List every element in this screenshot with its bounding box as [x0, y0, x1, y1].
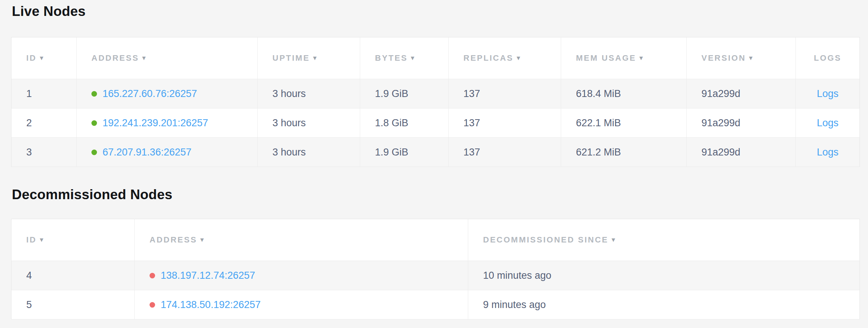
column-header-uptime[interactable]: UPTIME▾: [258, 37, 360, 79]
cell-node-id: 1: [11, 79, 77, 108]
cell-logs: Logs: [796, 108, 860, 138]
sort-arrow-icon: ▾: [313, 54, 318, 61]
cell-bytes: 1.9 GiB: [360, 79, 449, 108]
decommissioned-status-dot-icon: [150, 273, 155, 278]
cell-uptime: 3 hours: [258, 138, 360, 167]
nodes-page: Live Nodes ID▾ ADDRESS▾ UPTIME▾ BYTES▾ R…: [0, 0, 868, 319]
node-address-link[interactable]: 192.241.239.201:26257: [103, 117, 208, 128]
table-row: 2 192.241.239.201:26257 3 hours 1.8 GiB …: [11, 108, 860, 138]
node-address-link[interactable]: 138.197.12.74:26257: [161, 270, 255, 281]
column-header-mem-usage[interactable]: MEM USAGE▾: [561, 37, 687, 79]
table-row: 5 174.138.50.192:26257 9 minutes ago: [11, 290, 860, 319]
live-nodes-table: ID▾ ADDRESS▾ UPTIME▾ BYTES▾ REPLICAS▾ ME…: [11, 37, 860, 167]
cell-uptime: 3 hours: [258, 108, 360, 138]
column-header-label: DECOMMISSIONED SINCE: [483, 235, 609, 244]
table-row: 4 138.197.12.74:26257 10 minutes ago: [11, 261, 860, 290]
sort-arrow-icon: ▾: [40, 236, 44, 243]
cell-decommissioned-since: 9 minutes ago: [468, 290, 860, 319]
cell-node-id: 2: [11, 108, 77, 138]
column-header-id[interactable]: ID▾: [11, 219, 135, 261]
cell-node-id: 4: [11, 261, 135, 290]
table-row: 3 67.207.91.36:26257 3 hours 1.9 GiB 137…: [11, 138, 860, 167]
cell-decommissioned-since: 10 minutes ago: [468, 261, 860, 290]
cell-mem-usage: 621.2 MiB: [561, 138, 687, 167]
column-header-address[interactable]: ADDRESS▾: [77, 37, 258, 79]
sort-arrow-icon: ▾: [143, 54, 147, 61]
cell-address: 165.227.60.76:26257: [77, 79, 258, 108]
column-header-label: ID: [26, 235, 37, 244]
live-nodes-header-row: ID▾ ADDRESS▾ UPTIME▾ BYTES▾ REPLICAS▾ ME…: [11, 37, 860, 79]
cell-logs: Logs: [796, 138, 860, 167]
cell-bytes: 1.8 GiB: [360, 108, 449, 138]
cell-version: 91a299d: [687, 79, 796, 108]
decommissioned-header-row: ID▾ ADDRESS▾ DECOMMISSIONED SINCE▾: [11, 219, 860, 261]
column-header-label: ADDRESS: [91, 53, 139, 63]
column-header-label: VERSION: [701, 53, 746, 63]
cell-bytes: 1.9 GiB: [360, 138, 449, 167]
sort-arrow-icon: ▾: [411, 54, 415, 61]
cell-replicas: 137: [449, 79, 561, 108]
node-address-link[interactable]: 165.227.60.76:26257: [103, 88, 197, 99]
table-row: 1 165.227.60.76:26257 3 hours 1.9 GiB 13…: [11, 79, 860, 108]
node-address-link[interactable]: 67.207.91.36:26257: [103, 147, 191, 158]
cell-address: 192.241.239.201:26257: [77, 108, 258, 138]
column-header-id[interactable]: ID▾: [11, 37, 77, 79]
sort-arrow-icon: ▾: [201, 236, 205, 243]
cell-address: 138.197.12.74:26257: [135, 261, 468, 290]
cell-logs: Logs: [796, 79, 860, 108]
cell-node-id: 5: [11, 290, 135, 319]
column-header-label: ID: [26, 53, 37, 63]
column-header-replicas[interactable]: REPLICAS▾: [449, 37, 561, 79]
live-status-dot-icon: [91, 91, 97, 97]
cell-mem-usage: 622.1 MiB: [561, 108, 687, 138]
sort-arrow-icon: ▾: [612, 236, 616, 243]
cell-node-id: 3: [11, 138, 77, 167]
column-header-label: LOGS: [814, 53, 841, 63]
column-header-decommissioned-since[interactable]: DECOMMISSIONED SINCE▾: [468, 219, 860, 261]
live-nodes-title: Live Nodes: [12, 3, 859, 20]
column-header-label: UPTIME: [272, 53, 310, 63]
sort-arrow-icon: ▾: [40, 54, 44, 61]
decommissioned-status-dot-icon: [150, 302, 155, 308]
decommissioned-nodes-table: ID▾ ADDRESS▾ DECOMMISSIONED SINCE▾ 4 138…: [11, 219, 860, 319]
column-header-version[interactable]: VERSION▾: [687, 37, 796, 79]
column-header-address[interactable]: ADDRESS▾: [135, 219, 468, 261]
sort-arrow-icon: ▾: [749, 54, 754, 61]
cell-replicas: 137: [449, 138, 561, 167]
cell-uptime: 3 hours: [258, 79, 360, 108]
logs-link[interactable]: Logs: [817, 117, 839, 128]
cell-version: 91a299d: [687, 108, 796, 138]
column-header-label: REPLICAS: [463, 53, 513, 63]
sort-arrow-icon: ▾: [517, 54, 521, 61]
live-status-dot-icon: [91, 120, 97, 126]
cell-mem-usage: 618.4 MiB: [561, 79, 687, 108]
cell-version: 91a299d: [687, 138, 796, 167]
logs-link[interactable]: Logs: [817, 88, 839, 99]
live-status-dot-icon: [91, 150, 97, 155]
column-header-label: ADDRESS: [150, 235, 197, 244]
sort-arrow-icon: ▾: [640, 54, 644, 61]
column-header-bytes[interactable]: BYTES▾: [360, 37, 449, 79]
column-header-label: BYTES: [375, 53, 408, 63]
cell-address: 67.207.91.36:26257: [77, 138, 258, 167]
cell-replicas: 137: [449, 108, 561, 138]
logs-link[interactable]: Logs: [817, 147, 839, 158]
cell-address: 174.138.50.192:26257: [135, 290, 468, 319]
decommissioned-nodes-title: Decommissioned Nodes: [12, 186, 859, 203]
node-address-link[interactable]: 174.138.50.192:26257: [161, 299, 261, 310]
column-header-label: MEM USAGE: [576, 53, 636, 63]
column-header-logs: LOGS: [796, 37, 860, 79]
